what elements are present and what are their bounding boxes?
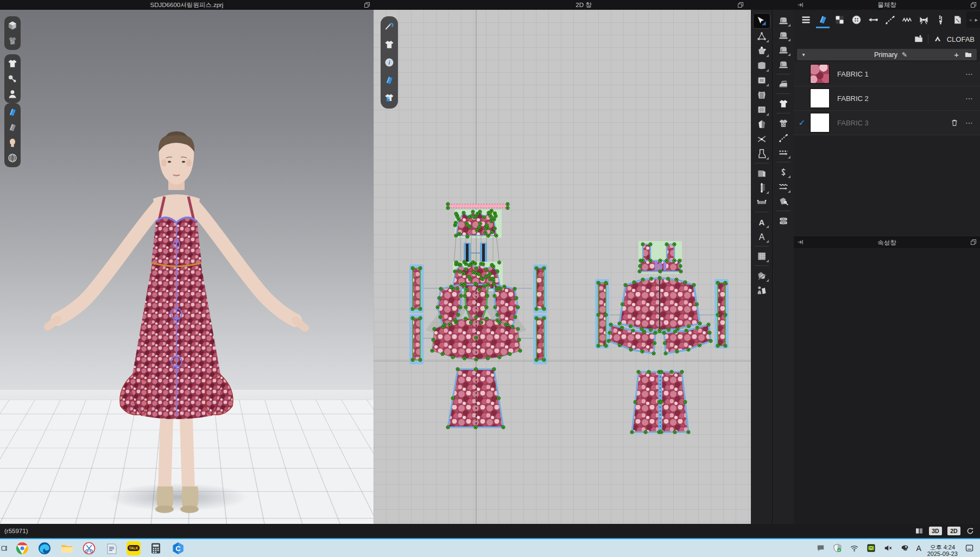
transform-pattern-tool[interactable] <box>753 13 770 29</box>
ime-indicator[interactable]: A <box>916 544 921 553</box>
edge-icon[interactable] <box>37 541 52 555</box>
clo-app-icon[interactable] <box>171 541 185 555</box>
pattern-back-strap-right[interactable] <box>667 244 674 261</box>
chrome-icon[interactable] <box>15 541 29 555</box>
group-collapse-icon[interactable]: ▾ <box>797 52 810 58</box>
fabric-menu-icon[interactable]: ⋯ <box>965 94 973 103</box>
sync-refresh-icon[interactable] <box>966 527 975 535</box>
pattern-strip-l2[interactable] <box>413 318 420 360</box>
canvas-3d[interactable] <box>0 10 374 524</box>
pattern-info-icon[interactable] <box>383 56 396 69</box>
tab-pin[interactable] <box>865 11 881 28</box>
topstitch-tool[interactable] <box>775 130 792 145</box>
kakaotalk-icon[interactable]: TALK <box>127 541 141 555</box>
fabric-menu-icon[interactable]: ⋯ <box>965 118 973 127</box>
chat-bubble-icon[interactable] <box>815 543 826 554</box>
fabric-thumbnail-floral[interactable] <box>810 64 830 84</box>
fabric-show-icon[interactable] <box>6 106 19 119</box>
rectangle-pattern-tool[interactable] <box>754 73 770 87</box>
fabric-menu-icon[interactable]: ⋯ <box>965 69 973 78</box>
tab-pattern[interactable] <box>832 11 848 28</box>
calculator-icon[interactable] <box>149 541 163 555</box>
tab-zipper[interactable] <box>933 11 949 28</box>
file-explorer-icon[interactable] <box>60 541 74 555</box>
collapse-panel-icon[interactable] <box>797 2 804 8</box>
box-select-tool[interactable] <box>754 102 770 117</box>
show-fabric-2d-icon[interactable] <box>383 74 396 87</box>
view-3d-button[interactable]: 3D <box>929 527 942 535</box>
windows-security-icon[interactable] <box>832 543 843 554</box>
popout-icon[interactable] <box>364 2 370 8</box>
view-2d-button[interactable]: 2D <box>947 527 960 535</box>
popout-object-icon[interactable] <box>970 2 977 8</box>
fabric-row-2[interactable]: FABRIC 2 ⋯ <box>794 86 980 111</box>
edit-pattern-tool[interactable] <box>754 29 770 43</box>
show-pins-icon[interactable] <box>6 72 19 85</box>
notepad-icon[interactable] <box>104 541 118 555</box>
nvidia-icon[interactable] <box>865 543 876 554</box>
tab-button[interactable] <box>849 11 864 28</box>
cross-point-tool[interactable] <box>754 131 770 146</box>
wifi-icon[interactable] <box>849 543 859 554</box>
basting-tool[interactable] <box>775 145 792 160</box>
segment-sewing-tool[interactable] <box>775 13 792 28</box>
tray-device-icon[interactable] <box>899 543 910 554</box>
dart-tool[interactable] <box>754 117 770 131</box>
arrange-on-avatar-tool[interactable] <box>754 283 770 298</box>
pattern-strap[interactable] <box>448 204 508 208</box>
notch-tool[interactable] <box>754 180 770 195</box>
rename-group-icon[interactable]: ✎ <box>902 51 907 59</box>
split-view-icon[interactable] <box>915 527 924 535</box>
viewport-3d[interactable]: SDJD6600셔링원피스.zprj <box>0 0 374 524</box>
tab-nav-left[interactable]: ◂ <box>969 16 972 23</box>
pattern-strip-r2[interactable] <box>536 318 544 360</box>
tab-trim[interactable] <box>950 11 965 28</box>
fold-arrangement-tool[interactable] <box>754 166 770 180</box>
fabric-row-1[interactable]: FABRIC 1 ⋯ <box>794 62 980 86</box>
edit-curve-point-icon[interactable] <box>383 20 396 33</box>
texture-checker-tool[interactable] <box>775 116 792 130</box>
add-fabric-icon[interactable]: + <box>954 52 959 58</box>
tab-puckering[interactable] <box>899 11 915 28</box>
fabric-thumbnail-white[interactable] <box>810 113 830 132</box>
tab-topstitch[interactable] <box>882 11 898 28</box>
show-garment-2d-icon[interactable] <box>383 38 396 51</box>
fabric-group-header[interactable]: ▾ Primary ✎ + <box>797 49 977 60</box>
tab-nav-right[interactable]: ▸ <box>975 16 978 23</box>
viewport-2d[interactable]: 2D 창 <box>374 0 794 524</box>
delete-fabric-icon[interactable] <box>950 118 959 127</box>
elastic-tool[interactable] <box>775 164 792 179</box>
grading-tool[interactable] <box>754 268 770 283</box>
pattern-strip-l1[interactable] <box>413 268 420 309</box>
lock-pattern-icon[interactable] <box>383 92 396 105</box>
volume-muted-icon[interactable] <box>882 543 893 554</box>
canvas-2d[interactable] <box>374 10 751 524</box>
new-folder-icon[interactable] <box>964 50 972 59</box>
detect-sewing-tool[interactable] <box>775 57 792 72</box>
trace-tool[interactable] <box>754 146 770 161</box>
show-sewing-tool[interactable] <box>775 96 792 111</box>
annotation-tool[interactable] <box>754 229 770 244</box>
shirring-tool[interactable] <box>754 87 770 102</box>
edit-curvature-tool[interactable] <box>754 43 770 58</box>
text-tool[interactable] <box>754 214 770 229</box>
pin-pattern-tool[interactable] <box>775 194 792 208</box>
iron-press-tool[interactable] <box>775 77 792 91</box>
view-cube-icon[interactable] <box>6 19 19 32</box>
mn-sewing-tool[interactable] <box>775 42 792 57</box>
fabric-thumbnail-white[interactable] <box>810 88 830 108</box>
fold-pleat-tool[interactable] <box>775 213 792 228</box>
avatar-3d[interactable] <box>0 10 374 524</box>
tab-list[interactable] <box>798 11 814 28</box>
clofab-label[interactable]: CLOFAB <box>947 35 975 43</box>
taskbar-pinned-partial-icon[interactable] <box>0 541 7 555</box>
globe-icon[interactable] <box>6 151 19 164</box>
collapse-property-icon[interactable] <box>797 239 804 245</box>
pleats-tool[interactable] <box>754 249 770 263</box>
tab-bow[interactable] <box>916 11 932 28</box>
tape-tool[interactable] <box>754 195 770 210</box>
puckering-wave-tool[interactable] <box>775 179 792 194</box>
fabric-hide-icon[interactable] <box>6 121 19 134</box>
free-sewing-tool[interactable] <box>775 28 792 42</box>
popout-icon-2d[interactable] <box>737 2 744 8</box>
